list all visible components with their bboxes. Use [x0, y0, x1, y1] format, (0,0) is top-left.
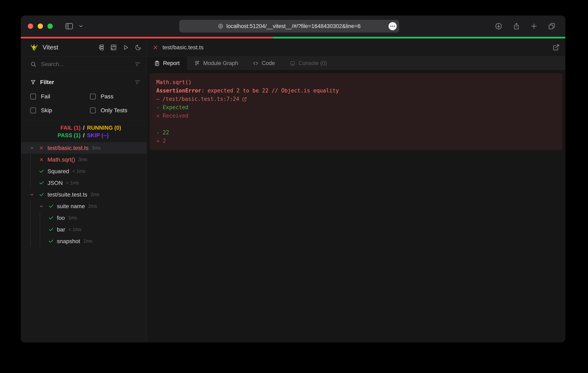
test-name: foo	[57, 215, 65, 221]
clear-search-filter-icon[interactable]	[134, 61, 141, 67]
tree-item-snapshot[interactable]: snapshot1ms	[21, 235, 147, 247]
share-icon[interactable]	[513, 22, 520, 30]
zoom-window-button[interactable]	[47, 23, 53, 29]
test-duration: < 1ms	[66, 180, 79, 186]
search-icon	[30, 61, 36, 67]
tree-item-foo[interactable]: foo1ms	[21, 212, 147, 224]
test-name: bar	[57, 226, 65, 233]
progress-fail-segment	[21, 37, 273, 38]
test-duration: < 1ms	[73, 168, 85, 174]
open-in-editor-icon[interactable]	[553, 44, 560, 51]
desktop-background: localhost:51204/__vitest__/#/?file=16484…	[0, 0, 588, 373]
test-duration: 1ms	[84, 238, 92, 244]
fail-icon	[39, 145, 47, 151]
checkbox-label: Fail	[41, 93, 50, 100]
console-icon	[290, 61, 295, 66]
test-tree: test/basic.test.ts3msMath.sqrt()3msSquar…	[21, 142, 147, 342]
globe-icon	[218, 23, 223, 29]
stack-prefix: –	[156, 95, 160, 103]
diff-line-blank	[156, 120, 556, 128]
chevron-down-icon[interactable]	[39, 204, 48, 209]
address-bar[interactable]: localhost:51204/__vitest__/#/?file=16484…	[179, 20, 399, 32]
test-duration: 3ms	[92, 145, 101, 151]
tab-report[interactable]: Report	[147, 56, 187, 70]
vitest-logo-icon	[30, 44, 38, 51]
checkbox-unchecked[interactable]	[90, 94, 96, 99]
pass-icon	[48, 227, 57, 232]
test-name: Math.sqrt()	[47, 156, 75, 163]
tab-bar: ReportModule GraphCodeConsole (0)	[147, 56, 565, 70]
tab-label: Console (0)	[298, 60, 327, 66]
run-all-icon[interactable]	[123, 44, 129, 51]
window-controls	[28, 23, 53, 29]
tree-item-math-sqrt-[interactable]: Math.sqrt()3ms	[21, 154, 147, 166]
pass-icon	[48, 215, 57, 221]
summary-left: FAIL (1)	[21, 124, 81, 132]
stack-location[interactable]: /test/basic.test.ts:7:24	[162, 95, 239, 103]
summary-right: RUNNING (0)	[87, 124, 147, 132]
search-input[interactable]	[41, 61, 130, 67]
checkbox-label: Only Tests	[101, 107, 127, 114]
filter-option-fail[interactable]: Fail	[30, 93, 90, 100]
checkbox-label: Pass	[101, 93, 113, 100]
chevron-down-icon[interactable]	[30, 192, 39, 197]
test-name: suite name	[57, 203, 85, 210]
chevron-down-icon[interactable]	[30, 145, 39, 151]
dark-mode-icon[interactable]	[135, 44, 141, 51]
diff-line-expected: - Expected	[156, 103, 556, 112]
tab-label: Code	[262, 60, 275, 66]
main-panel: ReportModule GraphCodeConsole (0) Math.s…	[147, 56, 565, 342]
sidebar-toggle-icon[interactable]	[65, 23, 73, 30]
chevron-down-icon[interactable]	[78, 23, 84, 29]
summary-row: FAIL (1)/RUNNING (0)	[21, 124, 147, 132]
tree-item-squared[interactable]: Squared< 1ms	[21, 166, 147, 177]
tree-item-test-suite-test-ts[interactable]: test/suite.test.ts2ms	[21, 189, 147, 200]
tab-overview-icon[interactable]	[548, 22, 556, 30]
tree-item-json[interactable]: JSON< 1ms	[21, 177, 147, 189]
error-panel: Math.sqrt() AssertionError: expected 2 t…	[150, 73, 562, 150]
open-stack-in-editor-icon[interactable]	[242, 97, 247, 102]
checkbox-unchecked[interactable]	[90, 108, 96, 113]
open-file-title: test/basic.test.ts	[162, 44, 204, 51]
tab-console-0[interactable]: Console (0)	[282, 56, 335, 70]
tree-view-icon[interactable]	[98, 44, 105, 51]
tab-code[interactable]: Code	[245, 56, 282, 70]
test-name: Squared	[47, 168, 69, 175]
pass-icon	[39, 192, 47, 197]
page-menu-button[interactable]	[388, 22, 397, 30]
checkbox-unchecked[interactable]	[30, 108, 36, 113]
report-view: Math.sqrt() AssertionError: expected 2 t…	[147, 70, 565, 342]
browser-window: localhost:51204/__vitest__/#/?file=16484…	[21, 16, 565, 342]
code-icon	[253, 61, 258, 66]
fail-icon	[39, 157, 47, 162]
stack-frame-line: – /test/basic.test.ts:7:24	[156, 95, 556, 103]
app-title: Vitest	[42, 44, 58, 51]
tree-item-bar[interactable]: bar< 1ms	[21, 224, 147, 235]
test-name: test/basic.test.ts	[47, 145, 89, 151]
test-progress-bar	[21, 37, 565, 38]
vitest-brand: Vitest	[30, 44, 58, 51]
close-window-button[interactable]	[28, 23, 33, 29]
diff-line-expected: - 22	[156, 128, 556, 137]
run-summary: FAIL (1)/RUNNING (0)PASS (1)/SKIP (--)	[21, 121, 147, 142]
new-tab-icon[interactable]	[531, 23, 537, 30]
tree-item-test-basic-test-ts[interactable]: test/basic.test.ts3ms	[21, 142, 147, 154]
filter-label: Filter	[40, 79, 54, 85]
checkbox-label: Skip	[41, 107, 52, 114]
tab-module-graph[interactable]: Module Graph	[187, 56, 245, 70]
downloads-icon[interactable]	[495, 22, 502, 30]
filter-icon	[30, 79, 36, 85]
app-header: Vitest	[21, 38, 565, 56]
filter-option-pass[interactable]: Pass	[90, 93, 141, 100]
minimize-window-button[interactable]	[38, 23, 43, 29]
checkbox-unchecked[interactable]	[30, 94, 36, 99]
filter-option-only-tests[interactable]: Only Tests	[90, 107, 141, 114]
test-duration: 2ms	[91, 192, 99, 197]
pass-icon	[39, 168, 47, 174]
browser-toolbar: localhost:51204/__vitest__/#/?file=16484…	[21, 16, 565, 37]
tree-item-suite-name[interactable]: suite name2ms	[21, 200, 147, 212]
clear-filters-icon[interactable]	[134, 79, 141, 85]
dashboard-icon[interactable]	[110, 44, 117, 51]
filter-option-skip[interactable]: Skip	[30, 107, 90, 114]
test-duration: 2ms	[88, 204, 97, 209]
